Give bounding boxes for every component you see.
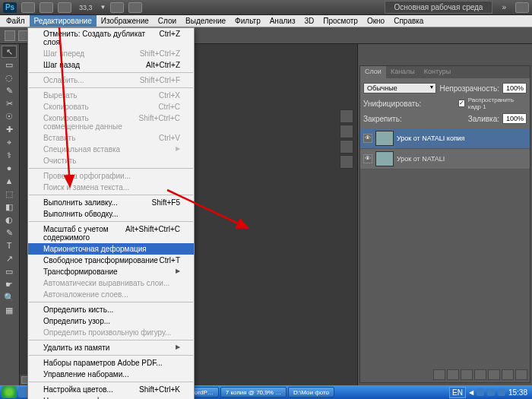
- menu-Просмотр[interactable]: Просмотр: [318, 15, 363, 27]
- menu-3D[interactable]: 3D: [299, 15, 318, 27]
- lock-3[interactable]: [429, 114, 439, 123]
- tool-4[interactable]: ✂: [2, 97, 17, 109]
- tool-17[interactable]: ▭: [2, 265, 17, 277]
- menu-Файл[interactable]: Файл: [2, 15, 30, 27]
- menu-item: Определить произвольную фигуру...: [28, 327, 194, 338]
- tray-2[interactable]: [487, 388, 495, 396]
- cslive-icon[interactable]: [515, 2, 529, 13]
- tool-11[interactable]: ⬚: [2, 188, 17, 200]
- tool-18[interactable]: ☛: [2, 278, 17, 290]
- tool-3[interactable]: ✎: [2, 84, 17, 97]
- workspace-selector[interactable]: Основная рабочая среда: [385, 1, 493, 14]
- clock[interactable]: 15:38: [508, 388, 527, 397]
- menu-Справка[interactable]: Справка: [389, 15, 428, 27]
- blend-mode-select[interactable]: Обычные: [363, 83, 436, 93]
- menu-Окно[interactable]: Окно: [363, 15, 389, 27]
- menu-Выделение[interactable]: Выделение: [181, 15, 230, 27]
- tray-1[interactable]: [477, 388, 484, 396]
- arrange-icon[interactable]: [110, 2, 124, 13]
- lock-1[interactable]: [405, 114, 414, 123]
- tool-6[interactable]: ✚: [2, 123, 17, 135]
- bridge-icon[interactable]: [21, 2, 35, 13]
- menu-item[interactable]: Назначить профиль...: [28, 395, 194, 399]
- lang-indicator[interactable]: EN: [449, 387, 466, 398]
- tool-10[interactable]: ▲: [2, 175, 17, 187]
- start-button[interactable]: [2, 386, 17, 398]
- layer-name: Урок от NATALI: [397, 155, 445, 163]
- tool-20[interactable]: ▦: [2, 304, 17, 316]
- new-layer-icon[interactable]: [502, 369, 514, 380]
- visibility-icon[interactable]: 👁: [363, 134, 372, 143]
- minibridge-icon[interactable]: [40, 2, 53, 13]
- fx-icon[interactable]: [447, 369, 459, 380]
- unify-1[interactable]: [424, 99, 432, 108]
- menu-Изображение[interactable]: Изображение: [97, 15, 154, 27]
- tool-13[interactable]: ◐: [2, 214, 17, 226]
- ps-logo: Ps: [3, 2, 17, 13]
- propagate-check[interactable]: ✓: [458, 100, 465, 107]
- menu-item[interactable]: Определить узор...: [28, 315, 194, 327]
- tool-1[interactable]: ▭: [2, 59, 17, 71]
- tool-7[interactable]: ⌖: [2, 136, 17, 148]
- lock-4[interactable]: [442, 114, 451, 123]
- collapsed-panel-1[interactable]: [340, 109, 353, 123]
- taskbar-item[interactable]: 7 копия @ 70,9% …: [220, 387, 287, 397]
- fill-input[interactable]: 100%: [502, 113, 527, 124]
- menu-item: ВставитьCtrl+V: [28, 132, 194, 144]
- menu-item: ВырезатьCtrl+X: [28, 90, 194, 101]
- menu-item[interactable]: Отменить: Создать дубликат слояCtrl+Z: [28, 28, 194, 48]
- opacity-input[interactable]: 100%: [502, 83, 527, 93]
- panel-tab-Каналы[interactable]: Каналы: [386, 66, 420, 78]
- unify-3[interactable]: [447, 99, 455, 108]
- tool-8[interactable]: ⚕: [2, 149, 17, 161]
- tool-5[interactable]: ☉: [2, 110, 17, 122]
- collapsed-panel-4[interactable]: [340, 155, 353, 169]
- menu-item: Скопировать совмещенные данныеShift+Ctrl…: [28, 112, 194, 132]
- delete-layer-icon[interactable]: [515, 369, 527, 380]
- menu-item[interactable]: Трансформирование▶: [28, 266, 194, 277]
- mask-icon[interactable]: [461, 369, 473, 380]
- tray-3[interactable]: [498, 388, 505, 396]
- menu-item[interactable]: Наборы параметров Adobe PDF...: [28, 357, 194, 369]
- lock-2[interactable]: [417, 114, 426, 123]
- menu-item[interactable]: Свободное трансформированиеCtrl+T: [28, 255, 194, 266]
- unify-2[interactable]: [435, 99, 444, 108]
- tool-9[interactable]: ●: [2, 162, 17, 174]
- menu-item[interactable]: Выполнить заливку...Shift+F5: [28, 197, 194, 208]
- link-layers-icon[interactable]: [433, 369, 445, 380]
- panel-tab-Контуры[interactable]: Контуры: [420, 66, 455, 78]
- menu-item[interactable]: Масштаб с учетом содержимогоAlt+Shift+Ct…: [28, 223, 194, 243]
- tool-15[interactable]: T: [2, 239, 17, 252]
- menu-Редактирование[interactable]: Редактирование: [30, 15, 97, 27]
- menu-item[interactable]: Определить кисть...: [28, 304, 194, 315]
- tool-preset-icon[interactable]: [5, 30, 15, 41]
- menu-item[interactable]: Шаг назадAlt+Ctrl+Z: [28, 59, 194, 71]
- tool-16[interactable]: ↗: [2, 252, 17, 264]
- collapsed-panel-2[interactable]: [340, 125, 353, 138]
- view-extras-icon[interactable]: [58, 2, 71, 13]
- screen-mode-icon[interactable]: [128, 2, 142, 13]
- tool-14[interactable]: ✎: [2, 226, 17, 239]
- visibility-icon[interactable]: 👁: [363, 154, 372, 163]
- panel-tab-Слои[interactable]: Слои: [360, 66, 386, 78]
- tool-2[interactable]: ◌: [2, 71, 17, 84]
- menu-item[interactable]: Настройка цветов...Shift+Ctrl+K: [28, 384, 194, 395]
- zoom-level[interactable]: 33,3: [76, 4, 96, 11]
- tool-19[interactable]: 🔍: [2, 291, 17, 303]
- menu-item: Шаг впередShift+Ctrl+Z: [28, 48, 194, 59]
- layer-row[interactable]: 👁Урок от NATALI копия: [360, 128, 530, 149]
- menu-item[interactable]: Марионеточная деформация: [28, 243, 194, 255]
- collapsed-panel-3[interactable]: [340, 140, 353, 154]
- menu-item[interactable]: Управление наборами...: [28, 369, 194, 380]
- menu-item[interactable]: Удалить из памяти▶: [28, 342, 194, 353]
- layer-row[interactable]: 👁Урок от NATALI: [360, 149, 530, 169]
- adjustment-icon[interactable]: [474, 369, 486, 380]
- menu-Фильтр[interactable]: Фильтр: [230, 15, 265, 27]
- tool-0[interactable]: ↖: [2, 46, 17, 58]
- menu-Анализ[interactable]: Анализ: [265, 15, 300, 27]
- menu-Слои[interactable]: Слои: [154, 15, 181, 27]
- menu-item[interactable]: Выполнить обводку...: [28, 208, 194, 220]
- taskbar-item[interactable]: D:\Мои фото: [288, 387, 334, 397]
- group-icon[interactable]: [488, 369, 500, 380]
- tool-12[interactable]: ◧: [2, 201, 17, 213]
